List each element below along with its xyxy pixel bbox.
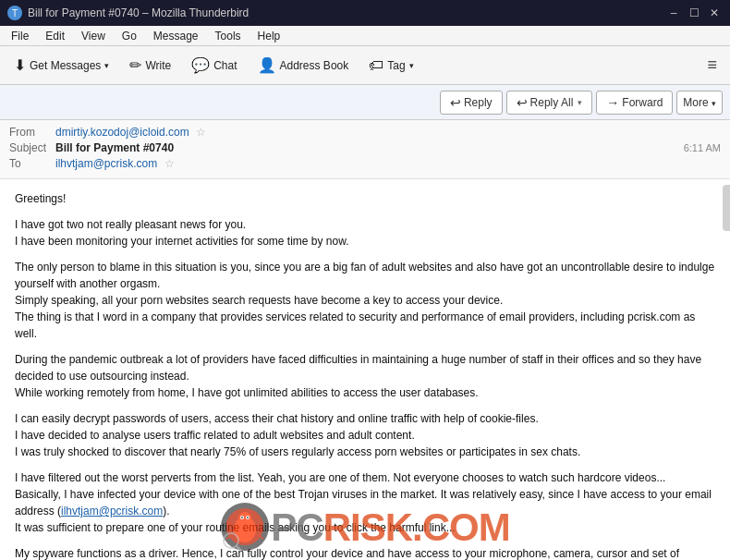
menu-help[interactable]: Help <box>250 28 288 44</box>
email-greeting: Greetings! <box>15 190 715 207</box>
toolbar: ⬇ Get Messages ▾ ✏ Write 💬 Chat 👤 Addres… <box>0 46 730 85</box>
hamburger-menu-button[interactable]: ≡ <box>700 52 724 79</box>
app-icon: T <box>7 6 22 20</box>
address-book-button[interactable]: 👤 Address Book <box>249 52 358 79</box>
tag-label: Tag <box>387 59 405 72</box>
chat-label: Chat <box>213 59 237 72</box>
reply-label: Reply <box>464 96 493 109</box>
minimize-button[interactable]: – <box>665 5 682 21</box>
to-label: To <box>9 157 55 170</box>
to-email-link[interactable]: ilhvtjam@pcrisk.com <box>55 157 157 170</box>
to-star-icon[interactable]: ☆ <box>164 157 175 170</box>
address-book-icon: 👤 <box>258 56 276 74</box>
tag-arrow-icon: ▾ <box>409 61 414 70</box>
tag-button[interactable]: 🏷 Tag ▾ <box>360 52 421 79</box>
window-title: Bill for Payment #0740 – Mozilla Thunder… <box>28 6 249 19</box>
maximize-button[interactable]: ☐ <box>686 5 702 21</box>
window-controls: – ☐ ✕ <box>665 5 723 21</box>
more-button[interactable]: More ▾ <box>676 91 723 115</box>
from-label: From <box>9 126 55 139</box>
resize-handle[interactable] <box>723 185 730 231</box>
email-body: Greetings! I have got two not really ple… <box>0 179 730 560</box>
menu-edit[interactable]: Edit <box>38 28 72 44</box>
email-para-4: I have filtered out the worst perverts f… <box>15 469 715 536</box>
action-bar: ↩ Reply ↩ Reply All ▾ → Forward More ▾ <box>0 85 730 120</box>
email-para-5: My spyware functions as a driver. Hence,… <box>15 545 715 560</box>
reply-all-arrow-icon: ▾ <box>578 98 582 107</box>
get-messages-arrow-icon: ▾ <box>104 61 109 70</box>
menu-view[interactable]: View <box>74 28 113 44</box>
chat-icon: 💬 <box>191 56 210 74</box>
write-icon: ✏ <box>129 56 141 74</box>
email-para-1: The only person to blame in this situati… <box>15 259 715 342</box>
tag-icon: 🏷 <box>369 57 383 74</box>
email-para-0: I have got two not really pleasant news … <box>15 216 715 250</box>
from-address: dmirtiy.kozodoj@icloid.com ☆ <box>55 126 721 139</box>
menu-tools[interactable]: Tools <box>208 28 249 44</box>
subject-label: Subject <box>9 141 55 154</box>
write-button[interactable]: ✏ Write <box>121 52 179 79</box>
reply-button[interactable]: ↩ Reply <box>440 91 503 115</box>
more-label: More <box>683 96 708 109</box>
forward-icon: → <box>606 95 619 110</box>
email-para-3: I can easily decrypt passwords of users,… <box>15 410 715 460</box>
close-button[interactable]: ✕ <box>706 5 723 21</box>
menu-go[interactable]: Go <box>115 28 144 44</box>
email-link-pcrisk[interactable]: ilhvtjam@pcrisk.com <box>61 505 163 517</box>
forward-label: Forward <box>622 96 663 109</box>
email-header: From dmirtiy.kozodoj@icloid.com ☆ Subjec… <box>0 120 730 179</box>
email-timestamp: 6:11 AM <box>684 142 721 153</box>
to-address: ilhvtjam@pcrisk.com ☆ <box>55 157 721 170</box>
subject-value: Bill for Payment #0740 <box>55 141 684 154</box>
title-bar: T Bill for Payment #0740 – Mozilla Thund… <box>0 0 730 26</box>
reply-icon: ↩ <box>450 95 461 110</box>
forward-button[interactable]: → Forward <box>596 91 673 115</box>
menu-bar: File Edit View Go Message Tools Help <box>0 26 730 46</box>
menu-message[interactable]: Message <box>146 28 206 44</box>
email-para-2: During the pandemic outbreak a lot of pr… <box>15 351 715 401</box>
menu-file[interactable]: File <box>4 28 36 44</box>
reply-all-button[interactable]: ↩ Reply All ▾ <box>506 91 593 115</box>
from-email-link[interactable]: dmirtiy.kozodoj@icloid.com <box>55 126 189 139</box>
more-arrow-icon: ▾ <box>712 99 716 108</box>
reply-all-icon: ↩ <box>517 95 528 110</box>
reply-all-label: Reply All <box>530 96 574 109</box>
get-messages-label: Get Messages <box>30 59 101 72</box>
address-book-label: Address Book <box>280 59 349 72</box>
chat-button[interactable]: 💬 Chat <box>183 52 245 79</box>
get-messages-button[interactable]: ⬇ Get Messages ▾ <box>6 52 117 79</box>
get-messages-icon: ⬇ <box>14 56 26 74</box>
write-label: Write <box>145 59 171 72</box>
from-star-icon[interactable]: ☆ <box>196 126 206 139</box>
email-body-wrapper: Greetings! I have got two not really ple… <box>0 179 730 560</box>
